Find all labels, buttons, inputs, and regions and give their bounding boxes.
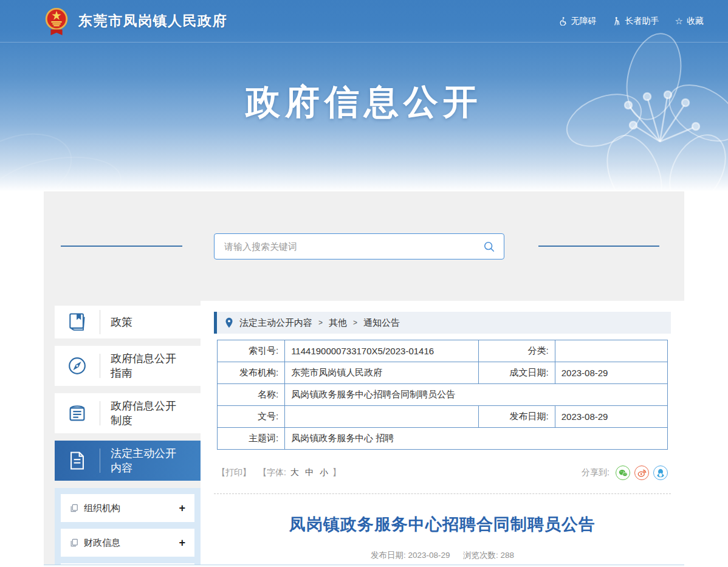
search-button[interactable] bbox=[475, 234, 504, 259]
sidebar-item-policy[interactable]: 政策 bbox=[55, 306, 201, 338]
print-font-controls: 【打印】 【字体: 大 中 小 】 bbox=[217, 467, 341, 478]
category-label: 分类: bbox=[478, 340, 555, 362]
national-emblem-logo bbox=[43, 6, 70, 36]
decorative-line-right bbox=[538, 246, 659, 247]
print-button[interactable]: 【打印】 bbox=[217, 467, 251, 478]
table-row: 主题词: 凤岗镇政务服务中心 招聘 bbox=[218, 428, 668, 450]
search-box bbox=[214, 233, 504, 259]
share-wechat-button[interactable] bbox=[616, 466, 630, 480]
dashed-divider bbox=[214, 493, 671, 494]
pages-icon bbox=[70, 504, 78, 512]
weibo-icon bbox=[637, 469, 647, 477]
issuing-agency-value: 东莞市凤岗镇人民政府 bbox=[285, 362, 479, 384]
favorite-link[interactable]: ☆ 收藏 bbox=[675, 16, 704, 27]
subitem-label: 组织机构 bbox=[84, 503, 120, 514]
share-controls: 分享到: bbox=[582, 466, 668, 480]
sidebar-item-label: 政策 bbox=[100, 315, 179, 329]
pages-icon bbox=[70, 538, 78, 547]
sidebar-subitem-organization[interactable]: 组织机构 + bbox=[61, 494, 194, 522]
table-row: 文号: 发布日期: 2023-08-29 bbox=[218, 406, 668, 428]
article-title: 凤岗镇政务服务中心招聘合同制聘员公告 bbox=[214, 514, 671, 535]
star-icon: ☆ bbox=[675, 16, 683, 26]
table-row: 索引号: 1144190000733170X5/2023-01416 分类: bbox=[218, 340, 668, 362]
sidebar-item-label: 政府信息公开指南 bbox=[100, 351, 179, 381]
page: 东莞市凤岗镇人民政府 无障碍 长者助手 bbox=[0, 0, 728, 567]
location-pin-icon bbox=[225, 317, 233, 328]
sidebar-item-info-guide[interactable]: 政府信息公开指南 bbox=[55, 346, 201, 386]
elder-assist-label: 长者助手 bbox=[625, 16, 659, 27]
publish-date-value: 2023-08-29 bbox=[555, 406, 667, 428]
breadcrumb-item-statutory[interactable]: 法定主动公开内容 bbox=[239, 317, 312, 329]
search-input[interactable] bbox=[215, 234, 475, 259]
wechat-icon bbox=[619, 469, 628, 477]
font-size-medium-button[interactable]: 中 bbox=[305, 467, 314, 478]
qq-icon bbox=[657, 469, 664, 478]
written-date-value: 2023-08-29 bbox=[555, 362, 667, 384]
sidebar-item-label: 政府信息公开制度 bbox=[100, 399, 179, 428]
elder-assist-icon bbox=[613, 16, 622, 26]
rules-icon bbox=[55, 402, 100, 425]
publish-date-meta-value: 2023-08-29 bbox=[408, 551, 450, 560]
document-info-table: 索引号: 1144190000733170X5/2023-01416 分类: 发… bbox=[217, 340, 668, 450]
compass-icon bbox=[55, 354, 100, 377]
share-label: 分享到: bbox=[582, 467, 610, 478]
accessibility-icon bbox=[558, 16, 568, 26]
topbar-links: 无障碍 长者助手 ☆ 收藏 bbox=[558, 16, 704, 27]
table-row: 发布机构: 东莞市凤岗镇人民政府 成文日期: 2023-08-29 bbox=[218, 362, 668, 384]
issuing-agency-label: 发布机构: bbox=[218, 362, 285, 384]
banner: 东莞市凤岗镇人民政府 无障碍 长者助手 bbox=[0, 0, 728, 191]
search-icon bbox=[483, 241, 495, 253]
breadcrumb-item-other[interactable]: 其他 bbox=[329, 317, 347, 329]
font-size-large-button[interactable]: 大 bbox=[290, 467, 299, 478]
index-number-value: 1144190000733170X5/2023-01416 bbox=[285, 340, 479, 362]
font-size-suffix: 】 bbox=[332, 467, 341, 478]
article-meta: 发布日期: 2023-08-29 浏览次数: 288 bbox=[214, 550, 671, 561]
search-section bbox=[44, 191, 684, 301]
keywords-value: 凤岗镇政务服务中心 招聘 bbox=[285, 428, 668, 450]
share-weibo-button[interactable] bbox=[634, 466, 649, 480]
font-size-small-button[interactable]: 小 bbox=[320, 467, 328, 478]
share-qq-button[interactable] bbox=[653, 466, 668, 480]
expand-plus-icon[interactable]: + bbox=[179, 502, 185, 515]
breadcrumb: 法定主动公开内容 > 其他 > 通知公告 bbox=[214, 312, 671, 334]
publish-date-meta-label: 发布日期: bbox=[371, 551, 406, 560]
index-number-label: 索引号: bbox=[218, 340, 285, 362]
table-row: 名称: 凤岗镇政务服务中心招聘合同制聘员公告 bbox=[218, 384, 668, 406]
sidebar-item-info-rules[interactable]: 政府信息公开制度 bbox=[55, 393, 201, 433]
decorative-line-left bbox=[61, 246, 182, 247]
elder-assist-link[interactable]: 长者助手 bbox=[613, 16, 659, 27]
font-size-prefix: 【字体: bbox=[258, 467, 286, 478]
book-icon bbox=[55, 311, 100, 333]
views-value: 288 bbox=[501, 551, 515, 560]
views-label: 浏览次数: bbox=[463, 551, 498, 560]
main-panel: 法定主动公开内容 > 其他 > 通知公告 索引号: 11441900007331… bbox=[201, 301, 684, 567]
breadcrumb-item-notices[interactable]: 通知公告 bbox=[363, 317, 400, 329]
keywords-label: 主题词: bbox=[218, 428, 285, 450]
card-bottom-divider bbox=[44, 565, 684, 567]
publish-date-label: 发布日期: bbox=[478, 406, 555, 428]
name-value: 凤岗镇政务服务中心招聘合同制聘员公告 bbox=[285, 384, 668, 406]
accessibility-label: 无障碍 bbox=[571, 16, 597, 27]
breadcrumb-separator: > bbox=[353, 318, 357, 327]
site-title[interactable]: 东莞市凤岗镇人民政府 bbox=[78, 12, 227, 30]
sidebar-subitem-finance[interactable]: 财政信息 + bbox=[61, 529, 194, 557]
favorite-label: 收藏 bbox=[687, 16, 704, 27]
category-value bbox=[555, 340, 667, 362]
expand-plus-icon[interactable]: + bbox=[179, 537, 185, 549]
doc-number-label: 文号: bbox=[218, 406, 285, 428]
written-date-label: 成文日期: bbox=[478, 362, 555, 384]
sidebar-submenu: 组织机构 + 财政信息 + bbox=[55, 488, 201, 567]
name-label: 名称: bbox=[218, 384, 285, 406]
article-toolbar: 【打印】 【字体: 大 中 小 】 分享到: bbox=[217, 466, 668, 480]
sidebar-item-label: 法定主动公开内容 bbox=[100, 446, 179, 476]
sidebar-item-statutory-disclosure[interactable]: 法定主动公开内容 bbox=[55, 441, 201, 481]
sidebar: 政策 政府信息公开指南 bbox=[55, 306, 201, 567]
content-row: 政策 政府信息公开指南 bbox=[44, 301, 684, 567]
doc-number-value bbox=[285, 406, 479, 428]
topbar: 东莞市凤岗镇人民政府 无障碍 长者助手 bbox=[0, 0, 728, 43]
banner-page-title: 政府信息公开 bbox=[0, 79, 728, 126]
document-icon bbox=[55, 450, 100, 472]
breadcrumb-separator: > bbox=[318, 318, 323, 327]
main-container: 政策 政府信息公开指南 bbox=[44, 191, 684, 567]
accessibility-link[interactable]: 无障碍 bbox=[558, 16, 597, 27]
